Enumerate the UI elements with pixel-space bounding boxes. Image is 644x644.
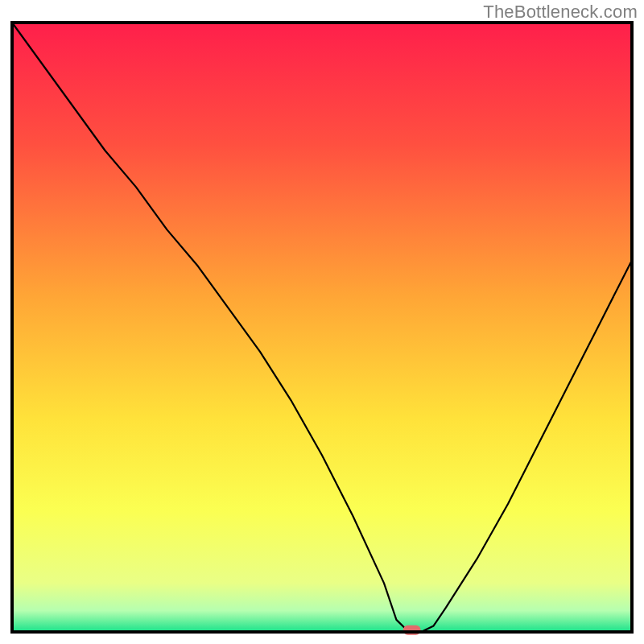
chart-frame: TheBottleneck.com [0,0,644,644]
watermark-text: TheBottleneck.com [483,2,638,23]
svg-rect-0 [12,23,632,632]
bottleneck-chart [0,0,644,644]
